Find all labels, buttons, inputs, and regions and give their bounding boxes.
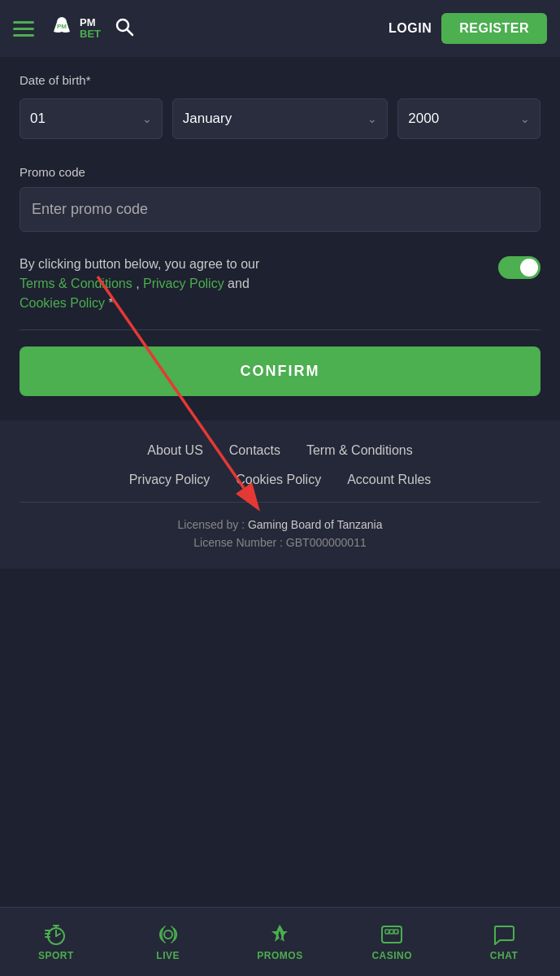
- chevron-down-icon: ⌄: [367, 112, 377, 125]
- agree-toggle[interactable]: [498, 256, 540, 279]
- nav-live[interactable]: LIVE: [112, 908, 224, 976]
- casino-icon: 7 7 7: [380, 922, 404, 947]
- login-button[interactable]: LOGIN: [389, 21, 432, 36]
- promo-input-wrap: [20, 187, 540, 232]
- promo-input[interactable]: [32, 201, 528, 218]
- chat-icon: [492, 922, 516, 947]
- casino-label: CASINO: [371, 950, 412, 961]
- privacy-link[interactable]: Privacy Policy: [143, 277, 224, 290]
- dob-day-select[interactable]: 01 ⌄: [20, 98, 163, 139]
- chevron-down-icon: ⌄: [520, 112, 530, 125]
- promos-label: PROMOS: [257, 950, 302, 961]
- nav-sport[interactable]: SPORT: [0, 908, 112, 976]
- search-icon[interactable]: [114, 16, 135, 41]
- footer-about[interactable]: About US: [147, 443, 202, 458]
- footer-terms[interactable]: Term & Conditions: [306, 443, 413, 458]
- chevron-down-icon: ⌄: [142, 112, 152, 125]
- licensed-text: Licensed by : Gaming Board of Tanzania L…: [20, 516, 540, 552]
- logo-area: PM PM BET: [47, 14, 101, 43]
- live-label: LIVE: [156, 950, 180, 961]
- logo-icon: PM: [47, 14, 76, 43]
- dob-year-select[interactable]: 2000 ⌄: [397, 98, 540, 139]
- terms-link[interactable]: Terms & Conditions: [20, 277, 132, 290]
- dob-month-select[interactable]: January ⌄: [172, 98, 389, 139]
- agree-row: By clicking button below, you agree to o…: [20, 255, 540, 313]
- dob-label: Date of birth*: [20, 73, 540, 87]
- svg-point-14: [164, 930, 172, 939]
- footer-row-2: Privacy Policy Cookies Policy Account Ru…: [20, 473, 540, 487]
- svg-rect-15: [382, 926, 402, 943]
- logo-text: PM BET: [80, 17, 101, 41]
- nav-promos[interactable]: PROMOS: [224, 908, 336, 976]
- header-nav: LOGIN REGISTER: [389, 13, 547, 44]
- footer-row-1: About US Contacts Term & Conditions: [20, 443, 540, 458]
- bottom-nav: SPORT LIVE PROMOS 7 7 7 CASI: [0, 907, 560, 976]
- sport-icon: [44, 922, 68, 947]
- sport-label: SPORT: [38, 950, 74, 961]
- main-content: Date of birth* 01 ⌄ January ⌄ 2000 ⌄ Pro…: [0, 57, 560, 420]
- footer-privacy[interactable]: Privacy Policy: [129, 473, 211, 487]
- register-button[interactable]: REGISTER: [441, 13, 547, 44]
- header-left: PM PM BET: [13, 14, 389, 43]
- footer-divider: [20, 502, 540, 503]
- chat-label: CHAT: [490, 950, 518, 961]
- dob-row: 01 ⌄ January ⌄ 2000 ⌄: [20, 98, 540, 139]
- footer-contacts[interactable]: Contacts: [229, 443, 280, 458]
- cookies-link[interactable]: Cookies Policy: [20, 296, 105, 310]
- promos-icon: [267, 922, 292, 947]
- promo-label: Promo code: [20, 165, 540, 179]
- live-icon: [156, 922, 180, 947]
- footer-account-rules[interactable]: Account Rules: [347, 473, 431, 487]
- footer-links: About US Contacts Term & Conditions Priv…: [0, 420, 560, 569]
- svg-line-3: [128, 30, 133, 36]
- nav-chat[interactable]: CHAT: [448, 908, 560, 976]
- confirm-button[interactable]: CONFIRM: [20, 346, 540, 396]
- nav-casino[interactable]: 7 7 7 CASINO: [336, 908, 448, 976]
- header: PM PM BET LOGIN REGISTER: [0, 0, 560, 57]
- agree-text: By clicking button below, you agree to o…: [20, 255, 498, 313]
- svg-text:PM: PM: [57, 23, 67, 30]
- hamburger-icon[interactable]: [13, 21, 34, 37]
- footer-cookies[interactable]: Cookies Policy: [236, 473, 321, 487]
- divider: [20, 329, 540, 330]
